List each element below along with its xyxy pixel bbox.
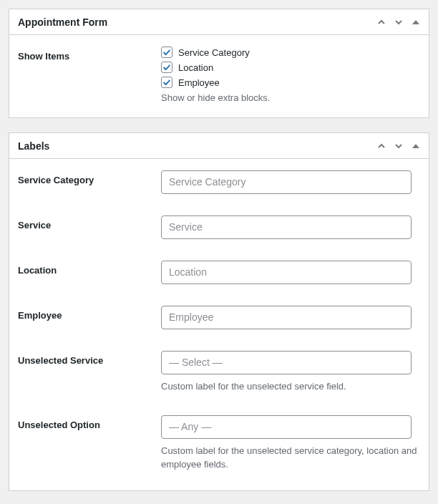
field-label: Show Items [18, 47, 161, 62]
chevron-up-icon[interactable] [377, 18, 386, 26]
field-label: Location [18, 261, 161, 276]
checkbox[interactable] [161, 62, 172, 73]
unselected-service-input[interactable] [161, 351, 412, 374]
checkbox-label: Service Category [178, 47, 250, 58]
unselected-option-input[interactable] [161, 415, 412, 439]
panel-header: Appointment Form [9, 9, 429, 35]
checkbox-label: Location [178, 62, 213, 73]
field-unselected-service: Unselected Service Custom label for the … [18, 351, 420, 394]
field-content [161, 215, 420, 239]
chevron-up-icon[interactable] [377, 142, 386, 150]
panel-body: Service Category Service Location Employ… [9, 159, 429, 490]
checkbox[interactable] [161, 47, 172, 58]
service-input[interactable] [161, 215, 412, 239]
field-description: Custom label for the unselected service … [161, 380, 419, 394]
field-location: Location [18, 261, 420, 284]
location-input[interactable] [161, 261, 412, 284]
checkbox-item-service-category[interactable]: Service Category [161, 47, 420, 58]
panel-controls [377, 18, 420, 26]
employee-input[interactable] [161, 306, 412, 329]
panel-controls [377, 142, 420, 150]
panel-labels: Labels Service Category Service [9, 132, 429, 491]
field-service-category: Service Category [18, 170, 420, 194]
field-label: Service [18, 215, 161, 231]
field-service: Service [18, 215, 420, 239]
chevron-down-icon[interactable] [394, 18, 403, 26]
checkbox[interactable] [161, 77, 172, 88]
field-employee: Employee [18, 306, 420, 329]
field-content: Custom label for the unselected service … [161, 415, 420, 472]
field-label: Service Category [18, 170, 161, 185]
field-unselected-option: Unselected Option Custom label for the u… [18, 415, 420, 472]
field-content [161, 261, 420, 284]
field-content [161, 170, 420, 194]
checkbox-label: Employee [178, 77, 220, 88]
triangle-up-icon[interactable] [412, 142, 420, 150]
field-content [161, 306, 420, 329]
field-label: Unselected Service [18, 351, 161, 366]
service-category-input[interactable] [161, 170, 412, 194]
panel-body: Show Items Service Category Location [9, 35, 429, 117]
field-content: Service Category Location Employee [161, 47, 420, 103]
field-label: Unselected Option [18, 415, 161, 430]
checkbox-list: Service Category Location Employee [161, 47, 420, 88]
triangle-up-icon[interactable] [412, 18, 420, 26]
field-label: Employee [18, 306, 161, 321]
panel-title: Appointment Form [18, 16, 107, 28]
field-description: Custom label for the unselected service … [161, 445, 419, 472]
field-description: Show or hide extra blocks. [161, 92, 420, 103]
checkbox-item-location[interactable]: Location [161, 62, 420, 73]
panel-header: Labels [9, 133, 429, 159]
panel-appointment-form: Appointment Form Show Items [9, 9, 429, 118]
checkbox-item-employee[interactable]: Employee [161, 77, 420, 88]
panel-title: Labels [18, 140, 49, 152]
field-show-items: Show Items Service Category Location [18, 47, 420, 103]
chevron-down-icon[interactable] [394, 142, 403, 150]
field-content: Custom label for the unselected service … [161, 351, 420, 394]
